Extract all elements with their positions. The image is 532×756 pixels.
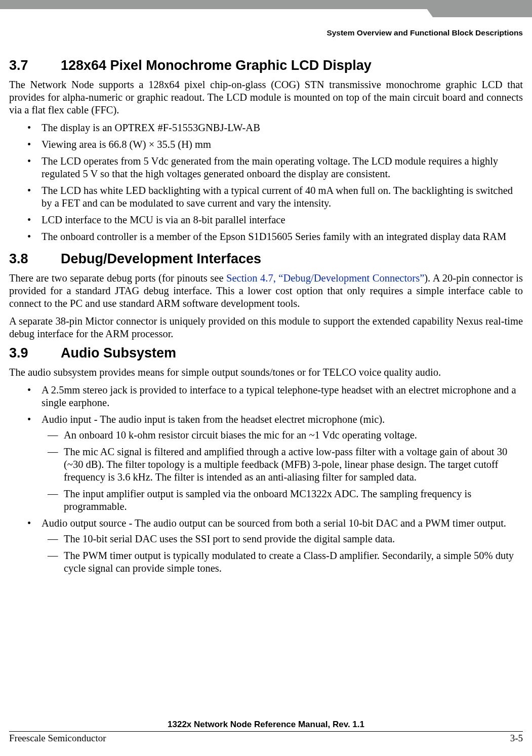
- bullet-list: The display is an OPTREX #F-51553GNBJ-LW…: [9, 122, 523, 243]
- list-item-text: Audio input - The audio input is taken f…: [42, 414, 385, 425]
- section-title: Audio Subsystem: [61, 345, 176, 361]
- section-number: 3.7: [9, 58, 38, 73]
- content-area: 3.7 128x64 Pixel Monochrome Graphic LCD …: [0, 9, 532, 575]
- section-number: 3.9: [9, 345, 38, 361]
- sub-list: An onboard 10 k-ohm resistor circuit bia…: [9, 429, 523, 513]
- list-item-text: Audio output source - The audio output c…: [42, 518, 506, 529]
- list-item: A 2.5mm stereo jack is provided to inter…: [9, 384, 523, 409]
- bullet-list: A 2.5mm stereo jack is provided to inter…: [9, 384, 523, 575]
- tab-corner: [421, 0, 532, 17]
- paragraph: The audio subsystem provides means for s…: [9, 366, 523, 379]
- section-heading-3-8: 3.8 Debug/Development Interfaces: [9, 251, 523, 267]
- paragraph: The Network Node supports a 128x64 pixel…: [9, 78, 523, 116]
- sub-list-item: An onboard 10 k-ohm resistor circuit bia…: [9, 429, 523, 442]
- list-item: Viewing area is 66.8 (W) × 35.5 (H) mm: [9, 138, 523, 151]
- footer-title: 1322x Network Node Reference Manual, Rev…: [9, 720, 523, 730]
- page: System Overview and Functional Block Des…: [0, 0, 532, 756]
- sub-list-item: The input amplifier output is sampled vi…: [9, 488, 523, 513]
- list-item: The LCD has white LED backlighting with …: [9, 184, 523, 210]
- paragraph: There are two separate debug ports (for …: [9, 272, 523, 310]
- footer-row: Freescale Semiconductor 3-5: [9, 733, 523, 744]
- sub-list-item: The 10-bit serial DAC uses the SSI port …: [9, 533, 523, 545]
- paragraph: A separate 38-pin Mictor connector is un…: [9, 315, 523, 340]
- list-item: Audio output source - The audio output c…: [9, 517, 523, 575]
- list-item: Audio input - The audio input is taken f…: [9, 413, 523, 513]
- section-heading-3-9: 3.9 Audio Subsystem: [9, 345, 523, 361]
- section-number: 3.8: [9, 251, 38, 267]
- text-run: There are two separate debug ports (for …: [9, 272, 226, 284]
- sub-list: The 10-bit serial DAC uses the SSI port …: [9, 533, 523, 575]
- section-title: 128x64 Pixel Monochrome Graphic LCD Disp…: [61, 58, 372, 73]
- footer-vendor: Freescale Semiconductor: [9, 733, 106, 744]
- page-number: 3-5: [510, 733, 523, 744]
- list-item: The onboard controller is a member of th…: [9, 230, 523, 243]
- list-item: The LCD operates from 5 Vdc generated fr…: [9, 155, 523, 180]
- section-heading-3-7: 3.7 128x64 Pixel Monochrome Graphic LCD …: [9, 58, 523, 73]
- running-header: System Overview and Functional Block Des…: [326, 28, 523, 37]
- list-item: The display is an OPTREX #F-51553GNBJ-LW…: [9, 122, 523, 134]
- list-item: LCD interface to the MCU is via an 8-bit…: [9, 214, 523, 226]
- section-title: Debug/Development Interfaces: [61, 251, 261, 267]
- page-footer: 1322x Network Node Reference Manual, Rev…: [9, 731, 523, 744]
- cross-reference-link[interactable]: Section 4.7, “Debug/Development Connecto…: [226, 272, 424, 284]
- sub-list-item: The PWM timer output is typically modula…: [9, 549, 523, 575]
- sub-list-item: The mic AC signal is filtered and amplif…: [9, 446, 523, 484]
